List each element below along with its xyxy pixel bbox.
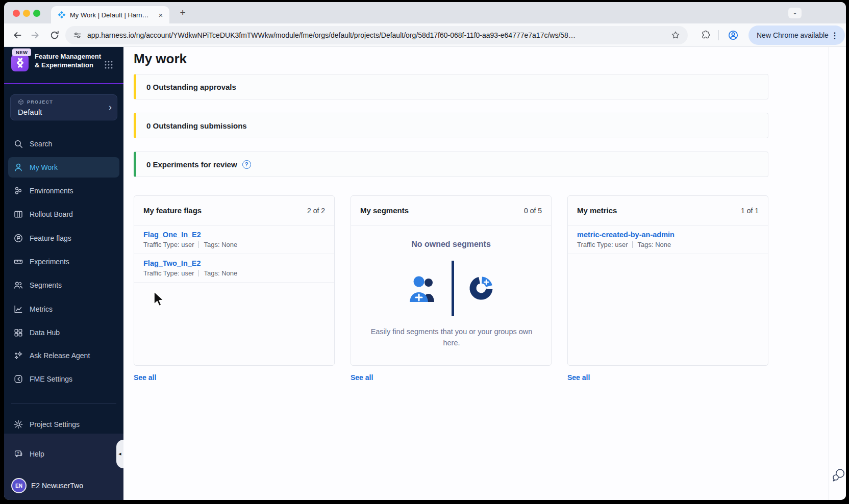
sidebar-item-feature-flags[interactable]: Feature flags (8, 228, 119, 248)
traffic-type: Traffic Type: user (143, 269, 194, 277)
sidebar-divider (11, 403, 116, 404)
search-icon (13, 139, 23, 149)
card-count: 1 of 1 (741, 207, 759, 215)
sidebar-collapse-handle[interactable]: ◀ (116, 440, 123, 468)
sidebar-item-label: Ask Release Agent (30, 351, 90, 360)
sidebar-item-data-hub[interactable]: Data Hub (8, 322, 119, 343)
sidebar-item-label: Data Hub (30, 329, 60, 337)
mouse-cursor (153, 291, 165, 308)
meta-separator (632, 241, 633, 248)
row-meta: Traffic Type: user Tags: None (577, 241, 759, 248)
empty-state-text: Easily find segments that you or your gr… (365, 326, 538, 349)
profile-icon[interactable] (728, 30, 739, 41)
help-label: Help (30, 450, 44, 458)
person-icon (13, 162, 23, 172)
alert-text: 0 Experiments for review (146, 160, 237, 169)
metric-row: metric-created-by-an-admin Traffic Type:… (568, 225, 768, 254)
sidebar-item-ask-release-agent[interactable]: Ask Release Agent (8, 345, 119, 366)
card-title: My feature flags (143, 206, 202, 215)
card-title: My segments (360, 206, 409, 215)
new-badge: NEW (12, 48, 31, 56)
segment-donut-icon (464, 271, 498, 305)
page-title: My work (134, 51, 187, 67)
see-all-metrics-link[interactable]: See all (567, 373, 590, 382)
help-chat-icon: ? (13, 449, 23, 459)
sparkles-icon (13, 350, 23, 361)
sidebar-item-project-settings[interactable]: Project Settings (8, 414, 119, 435)
sidebar-item-label: Environments (30, 187, 73, 195)
tab-close-icon[interactable]: × (156, 11, 165, 19)
minimize-window-button[interactable] (23, 10, 30, 17)
see-all-segments-link[interactable]: See all (351, 373, 373, 382)
alert-outstanding-approvals: 0 Outstanding approvals (134, 74, 768, 99)
metric-link[interactable]: metric-created-by-an-admin (577, 231, 675, 239)
data-hub-icon (13, 327, 23, 338)
svg-text:?: ? (17, 451, 19, 456)
help-button[interactable]: ? Help (8, 444, 119, 464)
sidebar-item-label: FME Settings (30, 375, 72, 383)
content-right-divider (829, 47, 829, 500)
sidebar-item-fme-settings[interactable]: FME Settings (8, 369, 119, 389)
card-my-segments: My segments 0 of 5 No owned segments (351, 195, 552, 366)
sidebar-item-experiments[interactable]: Experiments (8, 251, 119, 272)
chrome-update-button[interactable]: New Chrome available ⋮ (748, 26, 845, 45)
reload-icon[interactable] (49, 30, 60, 41)
traffic-type: Traffic Type: user (577, 241, 628, 248)
row-meta: Traffic Type: user Tags: None (143, 269, 325, 277)
new-tab-button[interactable]: + (177, 7, 189, 19)
gear-icon (13, 419, 23, 430)
sidebar-footer: ? Help EN E2 NewuserTwo (4, 434, 123, 500)
meta-separator (198, 241, 199, 248)
url-bar[interactable]: app.harness.io/ng/account/YWdkwNPiTceDUK… (65, 26, 688, 44)
bookmark-star-icon[interactable] (670, 30, 681, 40)
avatar: EN (12, 479, 26, 492)
product-title: Feature Management & Experimentation (35, 53, 102, 69)
browser-window: My Work | Default | Harness × + ⌄ app.ha (4, 2, 846, 500)
divider-bar (452, 261, 454, 316)
ruler-icon (13, 257, 23, 267)
sidebar-item-segments[interactable]: Segments (8, 275, 119, 295)
feature-flag-link[interactable]: Flag_Two_In_E2 (143, 259, 201, 267)
module-grid-icon[interactable] (104, 60, 113, 69)
sidebar-item-environments[interactable]: Environments (8, 181, 119, 201)
site-controls-icon[interactable] (72, 31, 82, 40)
sidebar-item-label: Rollout Board (30, 210, 73, 218)
main-content: My work 0 Outstanding approvals 0 Outsta… (123, 47, 846, 500)
card-header: My segments 0 of 5 (351, 196, 551, 225)
meta-separator (198, 270, 199, 276)
add-users-icon (405, 272, 441, 304)
tab-search-button[interactable]: ⌄ (788, 8, 802, 18)
chat-launcher-icon[interactable] (831, 467, 846, 483)
card-count: 2 of 2 (307, 207, 325, 215)
maximize-window-button[interactable] (33, 10, 40, 17)
extensions-icon[interactable] (700, 30, 711, 41)
chart-icon (13, 304, 23, 314)
card-count: 0 of 5 (524, 207, 542, 215)
sidebar-item-metrics[interactable]: Metrics (8, 299, 119, 319)
alert-text: 0 Outstanding approvals (146, 83, 236, 91)
sidebar-item-search[interactable]: Search (8, 134, 119, 154)
browser-menu-icon[interactable]: ⋮ (831, 31, 839, 40)
see-all-flags-link[interactable]: See all (134, 373, 156, 382)
help-circle-icon[interactable]: ? (242, 160, 251, 169)
collapse-arrow-icon: ◀ (118, 452, 121, 456)
feature-flag-link[interactable]: Flag_One_In_E2 (143, 231, 201, 239)
tags: Tags: None (637, 241, 671, 248)
back-icon[interactable] (11, 30, 22, 41)
sidebar-item-label: Project Settings (30, 420, 80, 429)
sidebar-item-my-work[interactable]: My Work (8, 157, 119, 178)
sidebar-item-rollout-board[interactable]: Rollout Board (8, 204, 119, 224)
project-cube-icon (18, 99, 24, 105)
forward-icon[interactable] (30, 30, 41, 41)
user-menu[interactable]: EN E2 NewuserTwo (8, 475, 119, 496)
browser-tab[interactable]: My Work | Default | Harness × (51, 6, 169, 23)
url-text[interactable]: app.harness.io/ng/account/YWdkwNPiTceDUK… (87, 31, 665, 39)
board-icon (13, 209, 23, 219)
project-selector[interactable]: PROJECT Default › (10, 94, 117, 120)
card-my-metrics: My metrics 1 of 1 metric-created-by-an-a… (567, 195, 768, 366)
user-name: E2 NewuserTwo (31, 482, 83, 490)
fme-logo[interactable] (11, 54, 29, 71)
people-icon (13, 280, 23, 290)
close-window-button[interactable] (13, 10, 20, 17)
traffic-type: Traffic Type: user (143, 241, 194, 248)
